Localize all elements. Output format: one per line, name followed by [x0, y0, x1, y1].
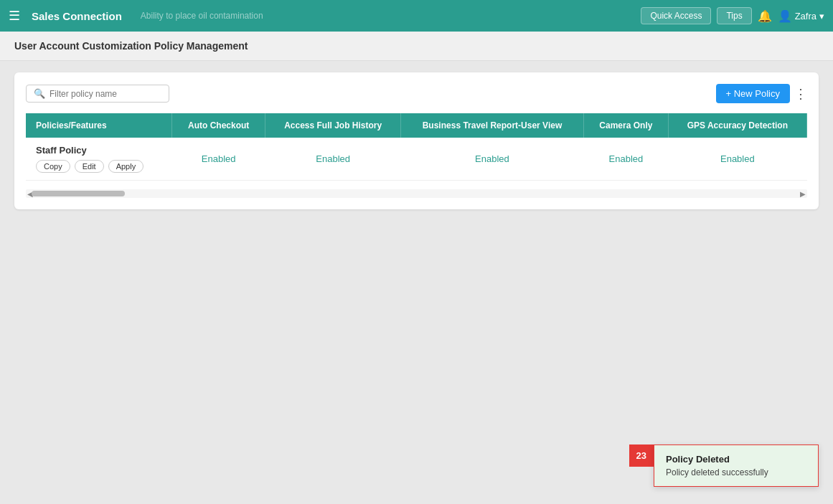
toast-body: Policy Deleted Policy deleted successful…	[654, 444, 819, 487]
business-travel-cell: Enabled	[400, 138, 583, 181]
full-job-history-cell: Enabled	[265, 138, 400, 181]
horizontal-scrollbar[interactable]: ◀ ▶	[26, 189, 807, 198]
edit-button[interactable]: Edit	[75, 160, 104, 173]
main-content: 🔍 + New Policy ⋮ Policies/Features Auto …	[0, 61, 833, 502]
toast-badge: 23	[629, 444, 654, 467]
search-box: 🔍	[26, 85, 169, 103]
menu-icon[interactable]: ☰	[9, 8, 20, 24]
page-header: User Account Customization Policy Manage…	[0, 32, 833, 61]
gps-accuracy-cell: Enabled	[668, 138, 806, 181]
table-row: Staff Policy Copy Edit Apply Enabled Ena…	[26, 138, 807, 181]
camera-only-cell: Enabled	[584, 138, 669, 181]
chevron-down-icon: ▾	[819, 11, 824, 22]
toast-message: Policy deleted successfully	[666, 467, 806, 477]
search-icon: 🔍	[34, 88, 45, 99]
user-name: Zafra	[795, 11, 816, 22]
table-body: Staff Policy Copy Edit Apply Enabled Ena…	[26, 138, 807, 181]
table-header-row: Policies/Features Auto Checkout Access F…	[26, 113, 807, 138]
gps-accuracy-value: Enabled	[720, 153, 755, 164]
col-policies: Policies/Features	[26, 113, 171, 138]
tips-button[interactable]: Tips	[717, 7, 751, 24]
more-options-button[interactable]: ⋮	[794, 87, 807, 100]
policy-card: 🔍 + New Policy ⋮ Policies/Features Auto …	[14, 72, 819, 209]
scroll-thumb[interactable]	[32, 191, 125, 196]
business-travel-value: Enabled	[475, 153, 509, 164]
col-business-travel: Business Travel Report-User View	[400, 113, 583, 138]
toast-notification: 23 Policy Deleted Policy deleted success…	[629, 444, 819, 487]
col-auto-checkout: Auto Checkout	[171, 113, 265, 138]
auto-checkout-cell: Enabled	[171, 138, 265, 181]
auto-checkout-value: Enabled	[202, 153, 236, 164]
user-menu[interactable]: 👤 Zafra ▾	[778, 9, 824, 23]
apply-button[interactable]: Apply	[108, 160, 144, 173]
col-gps-accuracy: GPS Accuracy Detection	[668, 113, 806, 138]
user-avatar-icon: 👤	[778, 9, 792, 23]
search-input[interactable]	[50, 89, 161, 99]
bell-icon[interactable]: 🔔	[758, 9, 772, 23]
quick-access-button[interactable]: Quick Access	[641, 7, 711, 24]
full-job-history-value: Enabled	[316, 153, 350, 164]
col-full-job-history: Access Full Job History	[265, 113, 400, 138]
top-nav: ☰ Sales Connection Ability to place oil …	[0, 0, 833, 32]
action-buttons: Copy Edit Apply	[36, 160, 161, 173]
policy-table: Policies/Features Auto Checkout Access F…	[26, 113, 807, 181]
table-header: Policies/Features Auto Checkout Access F…	[26, 113, 807, 138]
toolbar: 🔍 + New Policy ⋮	[26, 84, 807, 103]
copy-button[interactable]: Copy	[36, 160, 70, 173]
toolbar-right: + New Policy ⋮	[716, 84, 808, 103]
nav-right: Quick Access Tips 🔔 👤 Zafra ▾	[641, 7, 824, 24]
page-title: User Account Customization Policy Manage…	[14, 40, 248, 52]
scroll-right-icon[interactable]: ▶	[799, 189, 807, 198]
brand-name: Sales Connection	[32, 10, 122, 22]
camera-only-value: Enabled	[609, 153, 644, 164]
new-policy-button[interactable]: + New Policy	[716, 84, 791, 103]
policy-name-cell: Staff Policy Copy Edit Apply	[26, 138, 171, 181]
toast-title: Policy Deleted	[666, 454, 806, 465]
nav-subtitle: Ability to place oil contamination	[141, 11, 634, 21]
policy-name: Staff Policy	[36, 145, 161, 156]
col-camera-only: Camera Only	[584, 113, 669, 138]
